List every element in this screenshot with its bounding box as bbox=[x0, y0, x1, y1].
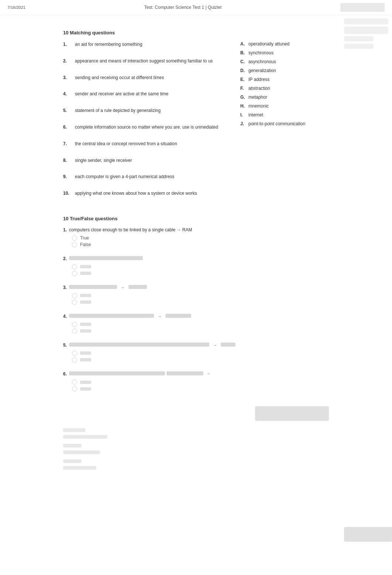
answer-text-f: abstraction bbox=[248, 86, 270, 91]
tf-blurred-opt2-3 bbox=[80, 300, 91, 304]
tf-arrow-4: → bbox=[158, 314, 162, 319]
tf-radio-true-4[interactable] bbox=[72, 322, 77, 327]
tf-option-true-5[interactable] bbox=[72, 351, 329, 356]
tf-option-false-6[interactable] bbox=[72, 386, 329, 391]
tf-radio-true-3[interactable] bbox=[72, 293, 77, 298]
answer-h: H. mnemonic bbox=[240, 103, 329, 109]
logo bbox=[340, 3, 385, 12]
question-text-8: single sender, single receiver bbox=[75, 157, 132, 164]
question-num-4: 4. bbox=[63, 91, 71, 96]
sidebar-right-top bbox=[340, 15, 392, 52]
tf-blurred-text-5a bbox=[69, 343, 209, 347]
tf-radio-false-2[interactable] bbox=[72, 271, 77, 276]
footer-block-1 bbox=[255, 406, 329, 421]
answer-letter-f: F. bbox=[240, 86, 246, 91]
tf-options-6 bbox=[72, 380, 329, 391]
tf-blurred-opt1-4 bbox=[80, 323, 91, 326]
footer-blurred-3 bbox=[63, 444, 82, 448]
question-2: 2. appearance and means of interaction s… bbox=[63, 58, 226, 64]
tf-option-true-2[interactable] bbox=[72, 264, 329, 269]
question-text-9: each computer is given a 4-part numerica… bbox=[75, 174, 174, 180]
question-num-5: 5. bbox=[63, 108, 71, 113]
tf-blurred-text-3b bbox=[128, 285, 147, 289]
tf-option-false-3[interactable] bbox=[72, 300, 329, 305]
tf-option-false-4[interactable] bbox=[72, 329, 329, 334]
tf-options-2 bbox=[72, 264, 329, 276]
tf-num-6: 6. bbox=[63, 371, 67, 377]
tf-option-false-1[interactable]: False bbox=[72, 242, 329, 247]
answer-text-c: asynchronous bbox=[248, 59, 276, 64]
tf-radio-false-6[interactable] bbox=[72, 386, 77, 391]
answer-letter-a: A. bbox=[240, 41, 246, 47]
question-num-10: 10. bbox=[63, 190, 71, 196]
tf-question-row-6: 6. → bbox=[63, 371, 329, 377]
tf-num-4: 4. bbox=[63, 314, 67, 319]
footer-sidebar-blocks bbox=[63, 406, 329, 421]
tf-blurred-opt1-6 bbox=[80, 381, 91, 384]
answer-letter-i: I. bbox=[240, 112, 246, 118]
question-text-4: sender and receiver are active at the sa… bbox=[75, 91, 168, 97]
answer-text-a: operationally attuned bbox=[248, 41, 289, 47]
sidebar-block-2 bbox=[344, 27, 388, 34]
footer-blurred-5 bbox=[63, 459, 82, 463]
tf-radio-false-5[interactable] bbox=[72, 357, 77, 363]
tf-option-true-4[interactable] bbox=[72, 322, 329, 327]
top-bar: 7/16/2021 Test: Computer Science Test 1 … bbox=[0, 0, 392, 15]
question-text-6: complete information source no matter wh… bbox=[75, 124, 218, 130]
tf-radio-false-3[interactable] bbox=[72, 300, 77, 305]
answer-text-i: internet bbox=[248, 112, 263, 118]
tf-question-row-3: 3. → bbox=[63, 285, 329, 290]
sidebar-block-3 bbox=[344, 36, 374, 41]
tf-section: 10 True/False questions 1. computers clo… bbox=[63, 216, 329, 392]
tf-radio-false-1[interactable] bbox=[72, 242, 77, 247]
answer-letter-g: G. bbox=[240, 95, 246, 100]
tf-num-5: 5. bbox=[63, 343, 67, 348]
page-title: Test: Computer Science Test 1 | Quizlet bbox=[144, 5, 222, 10]
tf-radio-true-6[interactable] bbox=[72, 380, 77, 385]
footer-blurred-1 bbox=[63, 428, 85, 432]
tf-question-row-1: 1. computers close enough to be linked b… bbox=[63, 227, 329, 232]
question-text-7: the central idea or concept removed from… bbox=[75, 141, 177, 147]
tf-radio-false-4[interactable] bbox=[72, 329, 77, 334]
answer-text-b: synchronous bbox=[248, 50, 274, 55]
answers-column: A. operationally attuned B. synchronous … bbox=[240, 41, 329, 207]
question-num-9: 9. bbox=[63, 174, 71, 179]
footer-blurred-2 bbox=[63, 435, 107, 439]
question-num-7: 7. bbox=[63, 141, 71, 146]
answer-d: D. generalization bbox=[240, 68, 329, 73]
tf-option-true-6[interactable] bbox=[72, 380, 329, 385]
question-4: 4. sender and receiver are active at the… bbox=[63, 91, 226, 97]
sidebar-block-4 bbox=[344, 44, 374, 49]
footer-blurred-4 bbox=[63, 450, 100, 454]
tf-option-false-2[interactable] bbox=[72, 271, 329, 276]
tf-blurred-text-2 bbox=[69, 256, 143, 260]
matching-section: 1. an aid for remembering something 2. a… bbox=[63, 41, 329, 207]
question-5: 5. statement of a rule depicted by gener… bbox=[63, 108, 226, 114]
question-num-6: 6. bbox=[63, 124, 71, 130]
question-10: 10. applying what one knows about how a … bbox=[63, 190, 226, 197]
tf-radio-true-2[interactable] bbox=[72, 264, 77, 269]
tf-num-2: 2. bbox=[63, 256, 67, 261]
tf-option-true-1[interactable]: True bbox=[72, 235, 329, 241]
tf-radio-true-1[interactable] bbox=[72, 235, 77, 241]
tf-option-true-3[interactable] bbox=[72, 293, 329, 298]
footer-content-1 bbox=[63, 428, 329, 439]
answer-letter-c: C. bbox=[240, 59, 246, 64]
answer-g: G. metaphor bbox=[240, 95, 329, 100]
footer-area bbox=[63, 406, 329, 490]
tf-radio-true-5[interactable] bbox=[72, 351, 77, 356]
answer-j: J. point-to-point communication bbox=[240, 121, 329, 126]
tf-section-header: 10 True/False questions bbox=[63, 216, 329, 221]
question-1: 1. an aid for remembering something bbox=[63, 41, 226, 48]
answer-text-j: point-to-point communication bbox=[248, 121, 305, 126]
tf-question-1: 1. computers close enough to be linked b… bbox=[63, 227, 329, 247]
answer-e: E. IP address bbox=[240, 77, 329, 82]
tf-text-1: computers close enough to be linked by a… bbox=[69, 227, 192, 232]
tf-blurred-opt2-2 bbox=[80, 272, 91, 275]
tf-arrow-3: → bbox=[121, 285, 125, 290]
tf-blurred-opt1-2 bbox=[80, 265, 91, 268]
tf-option-false-5[interactable] bbox=[72, 357, 329, 363]
answer-letter-h: H. bbox=[240, 103, 246, 109]
tf-option-text-false-1: False bbox=[80, 242, 91, 247]
answer-text-e: IP address bbox=[248, 77, 269, 82]
